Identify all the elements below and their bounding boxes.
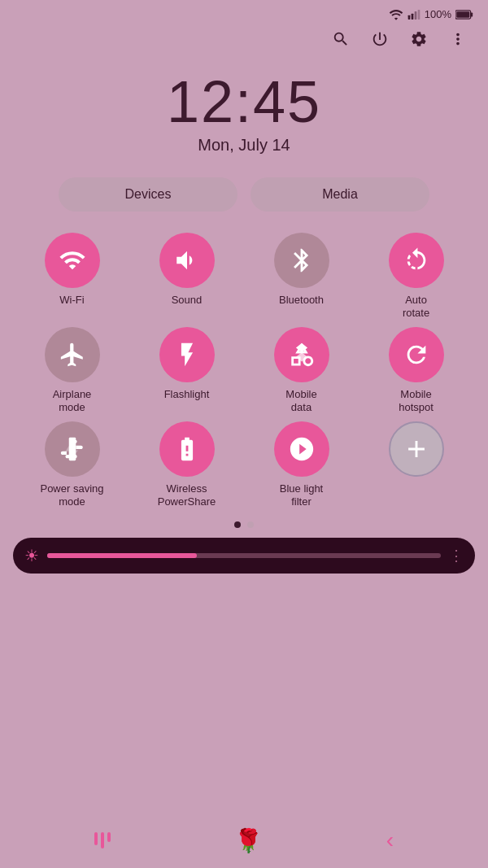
dot-1 [234,521,241,528]
sound-tile[interactable]: Sound [131,233,242,319]
bluetooth-circle [274,233,329,288]
mobile-data-label: Mobiledata [285,388,316,413]
wireless-powershare-tile[interactable]: WirelessPowerShare [131,421,242,508]
airplane-label: Airplanemode [53,388,92,413]
more-options-button[interactable] [447,28,468,50]
blue-light-circle [274,421,329,477]
sound-circle [159,233,215,288]
svg-rect-2 [414,11,416,20]
svg-rect-0 [407,15,410,19]
clock-time: 12:45 [0,72,488,131]
pagination-dots [0,521,488,528]
recents-icon [94,832,111,848]
dot-2 [247,521,254,528]
bottom-navigation: 🌹 ‹ [0,813,488,868]
status-bar: 100% [0,0,488,24]
bluetooth-tile[interactable]: Bluetooth [246,233,357,319]
power-saving-circle [45,421,100,477]
svg-rect-5 [471,12,473,16]
power-button[interactable] [369,28,390,50]
svg-rect-3 [417,10,420,20]
battery-icon [455,10,473,20]
power-saving-tile[interactable]: Power savingmode [16,421,128,508]
tab-row: Devices Media [0,159,488,225]
airplane-tile[interactable]: Airplanemode [16,327,128,413]
brightness-more-icon[interactable]: ⋮ [449,547,464,565]
wireless-powershare-label: WirelessPowerShare [158,482,216,508]
add-circle [389,421,444,477]
svg-rect-1 [411,13,413,19]
battery-text: 100% [425,8,451,20]
wifi-label: Wi-Fi [59,294,84,307]
wireless-powershare-circle [159,421,215,477]
top-controls [0,24,488,61]
brightness-icon: ☀ [24,546,39,565]
blue-light-tile[interactable]: Blue lightfilter [246,421,357,508]
devices-tab[interactable]: Devices [59,177,237,212]
auto-rotate-label: Autorotate [403,294,429,319]
brightness-fill [47,553,197,558]
auto-rotate-circle [389,233,444,288]
mobile-hotspot-label: Mobilehotspot [399,388,434,413]
airplane-circle [45,327,100,382]
flashlight-circle [159,327,215,382]
sound-label: Sound [172,294,203,307]
flashlight-label: Flashlight [164,388,210,401]
search-button[interactable] [330,28,351,50]
flashlight-tile[interactable]: Flashlight [131,327,242,413]
bluetooth-label: Bluetooth [279,294,324,307]
wifi-circle [45,233,100,288]
status-icons: 100% [389,8,473,20]
home-button[interactable]: 🌹 [234,827,263,854]
clock-area: 12:45 Mon, July 14 [0,61,488,159]
back-button[interactable]: ‹ [386,827,394,853]
back-icon: ‹ [386,827,394,853]
wifi-tile[interactable]: Wi-Fi [16,233,128,319]
wifi-status-icon [389,9,403,20]
power-saving-label: Power savingmode [40,482,103,508]
blue-light-label: Blue lightfilter [280,482,323,508]
home-icon: 🌹 [234,827,263,854]
brightness-track[interactable] [47,553,441,558]
clock-date: Mon, July 14 [0,136,488,155]
svg-rect-6 [456,11,469,18]
mobile-hotspot-tile[interactable]: Mobilehotspot [360,327,472,413]
add-tile[interactable] [360,421,472,508]
media-tab[interactable]: Media [251,177,429,212]
mobile-data-circle [274,327,329,382]
quick-settings-grid: Wi-Fi Sound Bluetooth Autorotate Airplan… [0,225,488,508]
settings-button[interactable] [408,28,429,50]
auto-rotate-tile[interactable]: Autorotate [360,233,472,319]
brightness-bar[interactable]: ☀ ⋮ [13,538,475,574]
recents-button[interactable] [94,832,111,848]
mobile-data-tile[interactable]: Mobiledata [246,327,357,413]
svg-rect-7 [68,438,76,460]
signal-icon [407,9,420,20]
mobile-hotspot-circle [389,327,444,382]
